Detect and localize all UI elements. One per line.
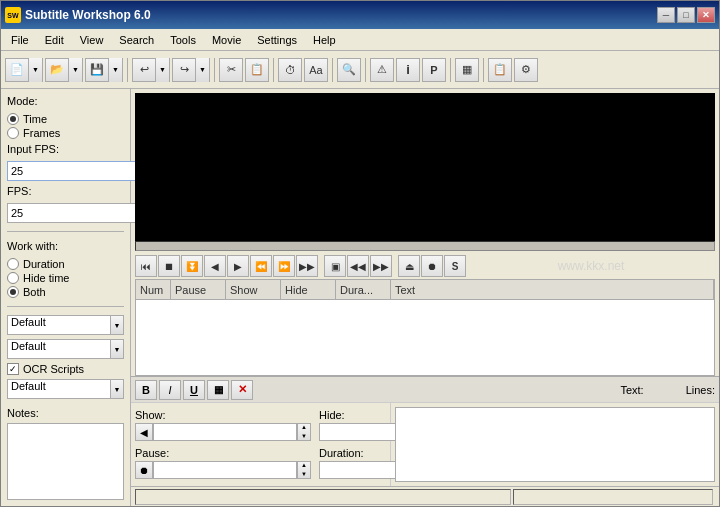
vc-s-button[interactable]: S: [444, 255, 466, 277]
mode-radio-group: Time Frames: [7, 113, 124, 139]
new-dropdown-arrow[interactable]: ▼: [28, 58, 42, 82]
mode-frames-radio-circle: [7, 127, 19, 139]
separator-2: [214, 58, 215, 82]
timer-button[interactable]: ⏱: [278, 58, 302, 82]
menu-view[interactable]: View: [72, 32, 112, 48]
menu-edit[interactable]: Edit: [37, 32, 72, 48]
cut-button[interactable]: ✂: [219, 58, 243, 82]
new-button[interactable]: 📄: [6, 58, 28, 82]
box-button[interactable]: ▦: [207, 380, 229, 400]
app-icon: SW: [5, 7, 21, 23]
col-hide: Hide: [281, 280, 336, 299]
dropdown-1-value[interactable]: Default: [7, 315, 110, 335]
italic-button[interactable]: I: [159, 380, 181, 400]
remove-format-button[interactable]: ✕: [231, 380, 253, 400]
notes-area[interactable]: [7, 423, 124, 500]
bold-button[interactable]: B: [135, 380, 157, 400]
video-scrollbar[interactable]: [135, 241, 715, 251]
redo-button[interactable]: ↪: [173, 58, 195, 82]
config-button[interactable]: ⚙: [514, 58, 538, 82]
minimize-button[interactable]: ─: [657, 7, 675, 23]
vc-down-button[interactable]: ⏬: [181, 255, 203, 277]
menu-settings[interactable]: Settings: [249, 32, 305, 48]
status-bar: [131, 486, 719, 506]
mode-frames-radio[interactable]: Frames: [7, 127, 124, 139]
dropdown-2-arrow[interactable]: ▼: [110, 339, 124, 359]
menu-movie[interactable]: Movie: [204, 32, 249, 48]
underline-button[interactable]: U: [183, 380, 205, 400]
vc-rewind-button[interactable]: ⏪: [250, 255, 272, 277]
edit-toolbar: B I U ▦ ✕ Text: Lines:: [131, 377, 719, 403]
dropdown-3-value[interactable]: Default: [7, 379, 110, 399]
close-button[interactable]: ✕: [697, 7, 715, 23]
menu-search[interactable]: Search: [111, 32, 162, 48]
notes-label: Notes:: [7, 407, 124, 419]
vc-eject-button[interactable]: ⏏: [398, 255, 420, 277]
show-spinner[interactable]: ▲ ▼: [297, 423, 311, 441]
work-hidetime-radio[interactable]: Hide time: [7, 272, 124, 284]
plugin-button[interactable]: P: [422, 58, 446, 82]
work-duration-radio[interactable]: Duration: [7, 258, 124, 270]
pause-prev-button[interactable]: ⏺: [135, 461, 153, 479]
save-button[interactable]: 💾: [86, 58, 108, 82]
vc-stop-button[interactable]: ⏹: [158, 255, 180, 277]
save-dropdown-arrow[interactable]: ▼: [108, 58, 122, 82]
settings-button[interactable]: ▦: [455, 58, 479, 82]
vc-end-button[interactable]: ▶▶: [296, 255, 318, 277]
show-input[interactable]: [153, 423, 297, 441]
dropdown-1-arrow[interactable]: ▼: [110, 315, 124, 335]
redo-dropdown: ↪ ▼: [172, 58, 210, 82]
copy-button[interactable]: 📋: [245, 58, 269, 82]
vc-prev-button[interactable]: ◀: [204, 255, 226, 277]
vc-next2-button[interactable]: ▶▶: [370, 255, 392, 277]
work-both-radio[interactable]: Both: [7, 286, 124, 298]
col-dura: Dura...: [336, 280, 391, 299]
input-fps-control: ▼: [7, 161, 124, 181]
main-content: Mode: Time Frames Input FPS: ▼ FPS: ▼: [1, 89, 719, 506]
vc-prev2-button[interactable]: ◀◀: [347, 255, 369, 277]
work-with-radio-group: Duration Hide time Both: [7, 258, 124, 298]
vc-begin-button[interactable]: ⏮: [135, 255, 157, 277]
show-label: Show:: [135, 409, 311, 421]
window-title: Subtitle Workshop 6.0: [25, 8, 657, 22]
menu-tools[interactable]: Tools: [162, 32, 204, 48]
work-hidetime-circle: [7, 272, 19, 284]
separator-3: [273, 58, 274, 82]
work-both-label: Both: [23, 286, 46, 298]
main-window: SW Subtitle Workshop 6.0 ─ □ ✕ File Edit…: [0, 0, 720, 507]
work-duration-label: Duration: [23, 258, 65, 270]
pause-spinner[interactable]: ▲ ▼: [297, 461, 311, 479]
ocr-checkbox[interactable]: ✓: [7, 363, 19, 375]
subtitle-text-input[interactable]: [395, 407, 715, 482]
redo-dropdown-arrow[interactable]: ▼: [195, 58, 209, 82]
video-controls: ⏮ ⏹ ⏬ ◀ ▶ ⏪ ⏩ ▶▶ ▣ ◀◀ ▶▶ ⏏ ⏺ S www.kkx.n…: [131, 253, 719, 279]
undo-dropdown-arrow[interactable]: ▼: [155, 58, 169, 82]
search-button[interactable]: 🔍: [337, 58, 361, 82]
vc-record-button[interactable]: ⏺: [421, 255, 443, 277]
undo-button[interactable]: ↩: [133, 58, 155, 82]
ocr-scripts-row: ✓ OCR Scripts: [7, 363, 124, 375]
left-panel: Mode: Time Frames Input FPS: ▼ FPS: ▼: [1, 89, 131, 506]
open-dropdown-arrow[interactable]: ▼: [68, 58, 82, 82]
menu-help[interactable]: Help: [305, 32, 344, 48]
input-fps-label: Input FPS:: [7, 143, 124, 155]
open-button[interactable]: 📂: [46, 58, 68, 82]
show-prev-button[interactable]: ◀: [135, 423, 153, 441]
warning-button[interactable]: ⚠: [370, 58, 394, 82]
title-bar: SW Subtitle Workshop 6.0 ─ □ ✕: [1, 1, 719, 29]
info-button[interactable]: i: [396, 58, 420, 82]
export-button[interactable]: 📋: [488, 58, 512, 82]
maximize-button[interactable]: □: [677, 7, 695, 23]
pause-input[interactable]: [153, 461, 297, 479]
status-left: [135, 489, 511, 505]
dropdown-2-value[interactable]: Default: [7, 339, 110, 359]
subtitle-list[interactable]: Num Pause Show Hide Dura... Text: [135, 279, 715, 376]
pause-controls: ⏺ ▲ ▼: [135, 461, 311, 479]
vc-next-button[interactable]: ▶: [227, 255, 249, 277]
dropdown-3-arrow[interactable]: ▼: [110, 379, 124, 399]
menu-file[interactable]: File: [3, 32, 37, 48]
mode-time-radio[interactable]: Time: [7, 113, 124, 125]
vc-mark-button[interactable]: ▣: [324, 255, 346, 277]
vc-ffwd-button[interactable]: ⏩: [273, 255, 295, 277]
spell-button[interactable]: Aa: [304, 58, 328, 82]
